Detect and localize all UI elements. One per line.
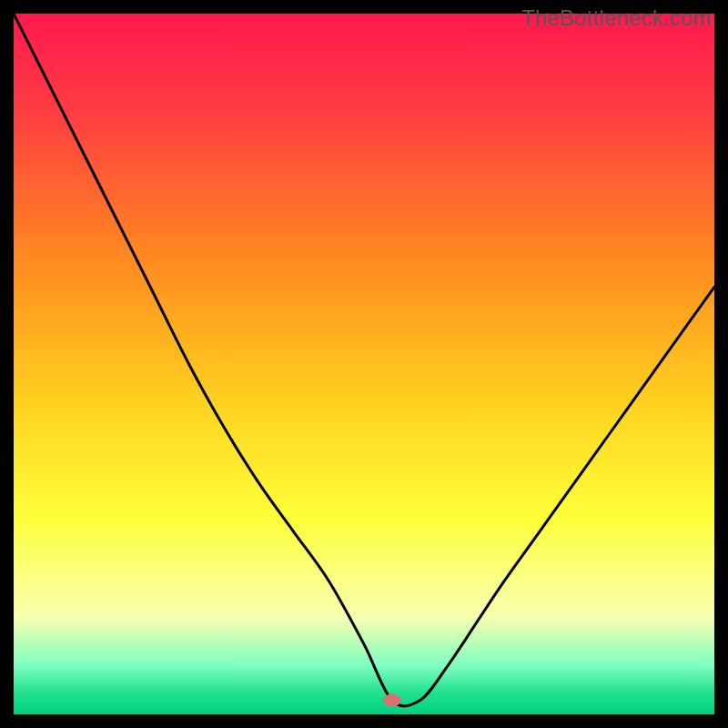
chart-background [14,14,714,714]
optimal-point-marker [383,694,401,707]
watermark-label: TheBottleneck.com [521,5,712,31]
chart-container: TheBottleneck.com [0,0,728,728]
plot-area [14,14,714,714]
chart-svg [14,14,714,714]
